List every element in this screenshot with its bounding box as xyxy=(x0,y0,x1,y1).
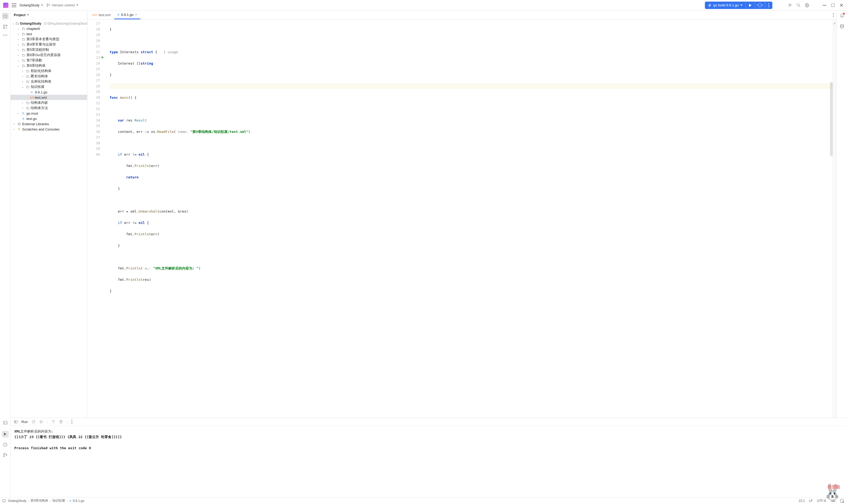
git-button[interactable] xyxy=(3,453,8,458)
search-button[interactable] xyxy=(796,3,801,8)
tree-file-gomod[interactable]: ›⎘go.mod xyxy=(11,111,87,116)
project-tool-button[interactable] xyxy=(2,13,9,20)
maximize-icon xyxy=(831,4,834,7)
chevron-down-icon xyxy=(27,14,29,16)
close-icon[interactable]: × xyxy=(135,13,137,17)
close-icon xyxy=(840,3,843,7)
tree-item[interactable]: ⌄🗀知识拓展 xyxy=(11,84,87,89)
inspection-strip[interactable]: ✓ xyxy=(833,20,836,418)
sticker: 辛苦啦 🐰 xyxy=(823,489,842,494)
rerun-button[interactable] xyxy=(32,420,35,424)
project-tree: ⌄🗀GolangStudyD:\DingJiaxiong\GolangStudy… xyxy=(11,20,87,418)
problems-button[interactable] xyxy=(3,442,8,448)
svg-rect-8 xyxy=(3,27,5,29)
tree-file-xml[interactable]: </>test.xml xyxy=(11,95,87,100)
module-icon xyxy=(3,500,5,502)
project-panel: Project ⌄🗀GolangStudyD:\DingJiaxiong\Gol… xyxy=(11,11,87,418)
more-icon xyxy=(769,3,769,7)
minimize-button[interactable] xyxy=(822,3,827,8)
line-separator[interactable]: LF xyxy=(809,499,813,503)
tree-item[interactable]: ›🗀第3章基本变量与类型 xyxy=(11,37,87,42)
play-icon xyxy=(4,433,6,436)
exit-line: Process finished with the exit code 0 xyxy=(14,445,843,451)
bottom-left-stripe xyxy=(0,418,11,497)
svg-point-14 xyxy=(6,454,7,455)
run-tool-button[interactable] xyxy=(2,431,9,437)
tree-item[interactable]: ›🗀chapter8 xyxy=(11,26,87,31)
editor-tabs-more[interactable] xyxy=(833,13,834,17)
svg-point-1 xyxy=(47,6,48,6)
run-toolbar: Run | | xyxy=(11,418,847,426)
tree-external-libs[interactable]: ›⛁External Libraries xyxy=(11,121,87,127)
terminal-button[interactable] xyxy=(3,420,8,426)
svg-rect-7 xyxy=(6,25,7,26)
code-content[interactable]: } type Interests struct { 1 usage Intere… xyxy=(108,20,833,418)
svg-rect-10 xyxy=(3,421,7,424)
bug-icon xyxy=(758,3,762,7)
play-icon xyxy=(749,4,752,7)
trash-button[interactable] xyxy=(59,420,63,424)
run-config-label: go build 9.9.1.go xyxy=(713,3,739,7)
filter-button[interactable] xyxy=(51,420,55,424)
app-icon xyxy=(3,3,8,8)
svg-rect-6 xyxy=(3,25,5,26)
tree-file-go[interactable]: ≡test.go xyxy=(11,116,87,121)
run-toolbar-icon xyxy=(14,420,18,424)
vcs-dropdown[interactable]: Version control xyxy=(46,3,78,7)
code-editor[interactable]: 1718192021222324252627282930313233343536… xyxy=(87,20,836,418)
tree-item[interactable]: ›🗀初始化结构体 xyxy=(11,68,87,74)
tree-item[interactable]: ›🗀第4章常量与运算符 xyxy=(11,42,87,47)
tree-scratches[interactable]: ›✎Scratches and Consoles xyxy=(11,127,87,132)
run-label: Run xyxy=(21,420,28,424)
main-menu-button[interactable] xyxy=(12,3,16,7)
top-toolbar: GolangStudy Version control go build 9.9… xyxy=(0,0,847,11)
database-button[interactable] xyxy=(840,24,844,30)
tree-item[interactable]: ⌄🗀第9章结构体 xyxy=(11,63,87,68)
svg-point-0 xyxy=(47,4,48,4)
tree-item[interactable]: ›🗀结构体方法 xyxy=(11,105,87,111)
more-run-button[interactable] xyxy=(765,2,772,9)
svg-rect-16 xyxy=(40,421,42,423)
xml-icon: </> xyxy=(92,13,97,17)
tree-item[interactable]: ›🗀第5章流程控制 xyxy=(11,47,87,52)
structure-tool-button[interactable] xyxy=(3,24,8,30)
breadcrumbs[interactable]: GolangStudy› 第9章结构体› 知识拓展› ≡ 9.9.1.go xyxy=(3,499,84,503)
project-dropdown[interactable]: GolangStudy xyxy=(20,3,43,7)
run-output[interactable]: XMLXML文件解析后的内容为:文件解析后的内容为: {[{小丁 23 {[看书… xyxy=(11,426,847,497)
run-button[interactable] xyxy=(745,2,755,9)
minimize-icon xyxy=(823,5,826,5)
code-with-me-button[interactable] xyxy=(788,3,792,8)
stop-button[interactable] xyxy=(39,420,43,424)
svg-point-12 xyxy=(3,453,4,454)
run-more-button[interactable] xyxy=(71,420,72,424)
run-config-select[interactable]: go build 9.9.1.go xyxy=(705,2,745,9)
tree-root[interactable]: ⌄🗀GolangStudyD:\DingJiaxiong\GolangStudy xyxy=(11,21,87,26)
status-bar: GolangStudy› 第9章结构体› 知识拓展› ≡ 9.9.1.go 22… xyxy=(0,497,847,504)
more-tools-button[interactable] xyxy=(3,35,7,35)
editor-tab-testxml[interactable]: </>test.xml xyxy=(89,11,114,19)
editor-tab-991go[interactable]: ≡9.9.1.go× xyxy=(114,11,141,19)
editor-scrollbar[interactable] xyxy=(830,82,833,156)
chevron-down-icon xyxy=(76,4,78,6)
editor-area: </>test.xml ≡9.9.1.go× 17181920212223242… xyxy=(87,11,836,418)
project-panel-header[interactable]: Project xyxy=(11,11,87,20)
tree-item[interactable]: ›🗀实例化结构体 xyxy=(11,79,87,84)
debug-button[interactable] xyxy=(755,2,765,9)
tree-item[interactable]: ›🗀结构体内嵌 xyxy=(11,100,87,105)
left-tool-stripe xyxy=(0,11,11,418)
go-icon: ≡ xyxy=(118,13,120,17)
svg-point-9 xyxy=(841,24,844,26)
notifications-button[interactable] xyxy=(840,13,844,19)
output-line: {[{小丁 23 {[看书 打游戏]}} {凤凤 22 {[姜云升 吃零食]}}… xyxy=(14,434,843,440)
run-config-widget: go build 9.9.1.go xyxy=(705,2,772,9)
close-button[interactable] xyxy=(839,3,844,8)
tree-item[interactable]: ›🗀test xyxy=(11,31,87,37)
maximize-button[interactable] xyxy=(831,3,835,8)
cursor-position[interactable]: 22:1 xyxy=(798,499,805,503)
tree-item[interactable]: ›🗀第7章函数 xyxy=(11,58,87,63)
settings-button[interactable] xyxy=(805,3,809,8)
tree-item[interactable]: ›🗀匿名结构体 xyxy=(11,74,87,79)
tree-file-go[interactable]: ≡9.9.1.go xyxy=(11,89,87,95)
tree-item[interactable]: ›🗀第6章Go语言内置容器 xyxy=(11,52,87,58)
svg-point-5 xyxy=(807,4,808,6)
